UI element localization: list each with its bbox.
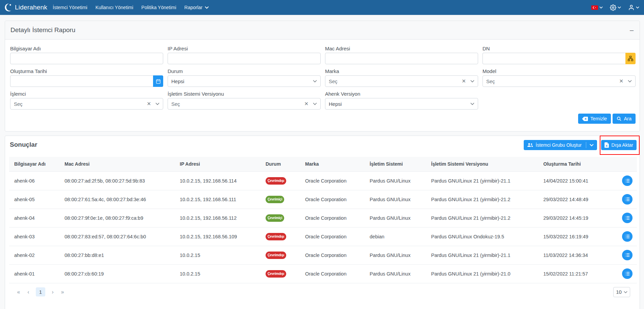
brand-label: Marka (325, 68, 478, 74)
row-actions-button[interactable] (622, 194, 633, 205)
cell-created: 29/03/2022 14:45:19 (538, 209, 614, 227)
cpu-label: İşlemci (10, 91, 163, 97)
brand[interactable]: Liderahenk (4, 3, 47, 12)
cell-mac: 08:00:27:9f:0e:1e, 08:00:27:f9:ca:b9 (59, 209, 175, 227)
cell-created: 14/04/2022 15:00:41 (538, 171, 614, 190)
pagination: « ‹ 1 › » 10 (5, 283, 640, 297)
cell-brand: Oracle Corporation (300, 227, 365, 246)
table-row: ahenk-0108:00:27:cb:60:1910.0.2.15Çevrim… (9, 264, 637, 283)
table-row: ahenk-0608:00:27:ad:2f:5b, 08:00:27:5d:9… (9, 171, 637, 190)
cell-name: ahenk-02 (9, 246, 59, 264)
cell-created: 29/03/2022 14:48:49 (538, 190, 614, 209)
brand-name: Liderahenk (15, 4, 47, 11)
nav-menu: İstemci Yönetimi Kullanıcı Yönetimi Poli… (49, 5, 213, 10)
created-date-input[interactable] (10, 75, 153, 87)
cell-ip: 10.0.2.15, 192.168.56.112 (175, 209, 261, 227)
row-actions-button[interactable] (622, 268, 633, 279)
dn-input[interactable] (482, 53, 625, 64)
cell-name: ahenk-01 (9, 264, 59, 283)
page-current[interactable]: 1 (36, 287, 45, 296)
results-table: Bilgisayar Adı Mac Adresi IP Adresi Duru… (9, 157, 636, 283)
cell-brand: Oracle Corporation (300, 209, 365, 227)
os-version-multiselect[interactable]: Seç ✕ (168, 98, 321, 110)
chevron-down-icon (624, 291, 627, 293)
search-icon (617, 116, 621, 121)
cell-name: ahenk-04 (9, 209, 59, 227)
cell-mac: 08:00:27:cb:60:19 (59, 264, 175, 283)
row-actions-button[interactable] (622, 175, 633, 186)
field-cpu: İşlemci Seç ✕ (10, 91, 163, 110)
create-client-group-button[interactable]: İstemci Grubu Oluştur (524, 140, 597, 150)
user-icon (628, 4, 635, 11)
settings-menu[interactable] (610, 4, 621, 11)
collapse-minus-icon[interactable]: – (630, 27, 634, 33)
cell-os-version: Pardus GNU/Linux 21 (yirmibir)-21.0 (426, 264, 538, 283)
cell-name: ahenk-05 (9, 190, 59, 209)
row-actions-button[interactable] (622, 213, 633, 223)
gear-icon (610, 4, 616, 11)
cell-os-version: Pardus GNU/Linux 21 (yirmibir)-21.1 (426, 246, 538, 264)
row-actions-button[interactable] (622, 231, 633, 242)
field-mac: Mac Adresi (325, 46, 478, 64)
field-created-date: Oluşturma Tarihi (10, 68, 163, 87)
col-mac-adresi: Mac Adresi (59, 157, 175, 171)
status-badge: Çevrimdışı (266, 233, 286, 240)
filter-panel-body: Bilgisayar Adı IP Adresi Mac Adresi DN (5, 40, 640, 131)
brand-multiselect[interactable]: Seç ✕ (325, 75, 478, 87)
page-first-button[interactable]: « (16, 289, 21, 295)
nav-item-istemci-yonetimi[interactable]: İstemci Yönetimi (49, 5, 91, 10)
chevron-down-icon (599, 6, 603, 9)
nav-item-raporlar[interactable]: Raporlar (180, 5, 213, 10)
search-button[interactable]: Ara (613, 114, 636, 124)
computer-name-input[interactable] (10, 53, 163, 64)
page-last-button[interactable]: » (60, 289, 65, 295)
chevron-down-icon (470, 80, 474, 82)
user-menu[interactable] (628, 4, 639, 11)
clear-icon[interactable]: ✕ (619, 78, 623, 84)
cell-ip: 10.0.2.15, 192.168.56.114 (175, 171, 261, 190)
results-panel: Sonuçlar İstemci Grubu Oluştur Dışa Akta… (5, 136, 640, 309)
clear-icon[interactable]: ✕ (147, 101, 151, 107)
status-select[interactable]: Hepsi (168, 75, 321, 87)
nav-item-kullanici-yonetimi[interactable]: Kullanıcı Yönetimi (91, 5, 137, 10)
list-icon (625, 197, 630, 201)
eraser-icon (582, 117, 588, 121)
chevron-down-icon (313, 102, 317, 105)
users-icon (527, 143, 533, 147)
clear-icon[interactable]: ✕ (304, 101, 308, 107)
chevron-down-icon (155, 102, 159, 105)
computer-name-label: Bilgisayar Adı (10, 46, 163, 51)
row-actions-button[interactable] (622, 250, 633, 260)
calendar-button[interactable] (153, 75, 163, 87)
cell-ip: 10.0.2.15 (175, 246, 261, 264)
clear-button[interactable]: Temizle (578, 114, 611, 124)
ip-input[interactable] (168, 53, 321, 64)
col-isletim-sistemi-versiyonu: İşletim Sistemi Versiyonu (426, 157, 538, 171)
model-multiselect[interactable]: Seç ✕ (482, 75, 636, 87)
filter-panel-title: Detaylı İstemci Raporu (10, 26, 75, 34)
page-size-select[interactable]: 10 (613, 287, 630, 297)
filter-panel: Detaylı İstemci Raporu – Bilgisayar Adı … (5, 21, 640, 132)
col-isletim-sistemi: İşletim Sistemi (365, 157, 426, 171)
page-next-button[interactable]: › (50, 289, 55, 295)
export-button[interactable]: Dışa Aktar (601, 140, 637, 150)
chevron-down-icon (628, 80, 632, 82)
dn-tree-button[interactable] (625, 53, 636, 64)
table-header-row: Bilgisayar Adı Mac Adresi IP Adresi Duru… (9, 157, 637, 171)
nav-item-politika-yonetimi[interactable]: Politika Yönetimi (137, 5, 180, 10)
cpu-multiselect[interactable]: Seç ✕ (10, 98, 163, 110)
list-icon (625, 216, 630, 220)
mac-input[interactable] (325, 53, 478, 64)
field-model: Model Seç ✕ (482, 68, 636, 87)
cell-name: ahenk-03 (9, 227, 59, 246)
field-status: Durum Hepsi (168, 68, 321, 87)
status-badge: Çevrimdışı (266, 270, 286, 278)
dn-label: DN (482, 46, 636, 51)
language-menu[interactable] (591, 5, 603, 10)
results-title: Sonuçlar (10, 141, 37, 148)
cell-created: 15/03/2022 16:19:49 (538, 227, 614, 246)
clear-icon[interactable]: ✕ (462, 78, 466, 84)
page-prev-button[interactable]: ‹ (26, 289, 31, 295)
cell-mac: 08:00:27:83:ed:57, 08:00:27:64:6c:b0 (59, 227, 175, 246)
agent-version-select[interactable]: Hepsi (325, 98, 478, 110)
